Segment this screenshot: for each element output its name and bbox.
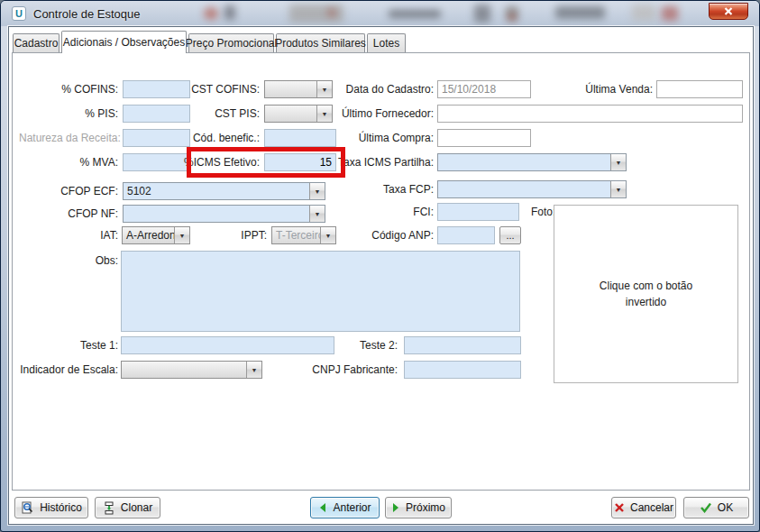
natureza-receita-label: Natureza da Receita: bbox=[19, 129, 118, 147]
arrow-left-icon bbox=[318, 502, 327, 513]
teste2-input[interactable] bbox=[404, 336, 521, 354]
indicador-escala-select[interactable]: ▼ bbox=[121, 361, 262, 379]
taxa-icms-partilha-value bbox=[438, 154, 610, 170]
cst-pis-value bbox=[265, 105, 316, 122]
tab-label: Lotes bbox=[373, 37, 399, 50]
titlebar-glass-decoration bbox=[327, 8, 336, 17]
codigo-anp-input[interactable] bbox=[437, 226, 495, 244]
taxa-fcp-select[interactable]: ▼ bbox=[437, 180, 627, 198]
iat-select[interactable]: A-Arredonc ▼ bbox=[122, 226, 190, 244]
cnpj-fabricante-input[interactable] bbox=[404, 361, 521, 379]
cfop-nf-select[interactable]: ▼ bbox=[123, 205, 325, 223]
fci-input[interactable] bbox=[437, 203, 519, 221]
historico-button-label: Histórico bbox=[40, 501, 82, 514]
close-button[interactable] bbox=[709, 3, 748, 20]
ultima-venda-label: Última Venda: bbox=[555, 80, 653, 98]
titlebar-glass-decoration bbox=[224, 5, 235, 20]
clone-icon bbox=[103, 501, 115, 515]
taxa-icms-partilha-select[interactable]: ▼ bbox=[437, 153, 627, 171]
chevron-down-icon[interactable]: ▼ bbox=[309, 206, 325, 222]
ok-button[interactable]: OK bbox=[683, 497, 749, 518]
titlebar-glass-decoration bbox=[204, 7, 218, 20]
cnpj-fabricante-label: CNPJ Fabricante: bbox=[298, 361, 398, 379]
chevron-down-icon[interactable]: ▼ bbox=[246, 362, 261, 378]
chevron-down-icon[interactable]: ▼ bbox=[316, 105, 332, 122]
chevron-down-icon[interactable]: ▼ bbox=[316, 81, 332, 97]
teste1-label: Teste 1: bbox=[19, 336, 118, 354]
cod-benefic-label: Cód. benefic.: bbox=[159, 129, 260, 147]
teste2-label: Teste 2: bbox=[307, 336, 398, 354]
mva-label: % MVA: bbox=[19, 153, 118, 171]
cancelar-button[interactable]: Cancelar bbox=[611, 497, 676, 518]
chevron-down-icon[interactable]: ▼ bbox=[610, 181, 626, 197]
ultima-compra-label: Última Compra: bbox=[333, 129, 434, 147]
chevron-down-icon[interactable]: ▼ bbox=[309, 183, 325, 199]
cofins-label: % COFINS: bbox=[19, 80, 118, 98]
tab-cadastro[interactable]: Cadastro bbox=[13, 33, 60, 52]
ippt-label: IPPT: bbox=[217, 226, 267, 244]
close-icon bbox=[724, 7, 733, 15]
arrow-right-icon bbox=[391, 502, 400, 513]
dialog-controle-de-estoque: U Controle de Estoque Cadastro Adicionai… bbox=[0, 0, 760, 532]
proximo-button-label: Próximo bbox=[406, 501, 445, 514]
icms-efetivo-label: %ICMS Efetivo: bbox=[159, 153, 260, 171]
cst-cofins-select[interactable]: ▼ bbox=[264, 80, 333, 98]
chevron-down-icon[interactable]: ▼ bbox=[174, 227, 189, 243]
cancel-x-icon bbox=[614, 502, 625, 513]
tab-adicionais-observacoes[interactable]: Adicionais / Observações bbox=[61, 31, 187, 53]
window-title: Controle de Estoque bbox=[33, 7, 141, 21]
anterior-button[interactable]: Anterior bbox=[310, 497, 380, 518]
cfop-ecf-value: 5102 bbox=[124, 183, 309, 199]
pis-label: % PIS: bbox=[19, 105, 118, 123]
ippt-select[interactable]: T-Terceiros ▼ bbox=[271, 226, 336, 244]
titlebar: U Controle de Estoque bbox=[1, 1, 759, 26]
cod-benefic-input[interactable] bbox=[264, 129, 336, 147]
ok-button-label: OK bbox=[718, 501, 733, 514]
indicador-escala-value bbox=[122, 362, 246, 378]
titlebar-glass-decoration bbox=[632, 5, 655, 21]
tab-label: Adicionais / Observações bbox=[63, 36, 185, 49]
taxa-fcp-value bbox=[438, 181, 610, 197]
chevron-down-icon[interactable]: ▼ bbox=[610, 154, 626, 170]
historico-button[interactable]: Histórico bbox=[14, 497, 88, 518]
tab-produtos-similares[interactable]: Produtos Similares bbox=[276, 33, 365, 52]
ultimo-fornecedor-input[interactable] bbox=[437, 105, 743, 123]
cst-pis-select[interactable]: ▼ bbox=[264, 105, 333, 123]
tab-lotes[interactable]: Lotes bbox=[367, 33, 406, 52]
titlebar-glass-decoration bbox=[389, 10, 441, 18]
ultimo-fornecedor-label: Último Fornecedor: bbox=[333, 105, 434, 123]
cfop-ecf-select[interactable]: 5102 ▼ bbox=[123, 182, 325, 200]
obs-textarea[interactable] bbox=[121, 251, 520, 332]
obs-label: Obs: bbox=[19, 252, 118, 270]
foto-dropzone[interactable]: Clique com o botão invertido bbox=[554, 205, 738, 383]
history-search-icon bbox=[21, 501, 34, 515]
iat-value: A-Arredonc bbox=[123, 227, 174, 243]
ippt-value: T-Terceiros bbox=[272, 227, 320, 243]
cfop-ecf-label: CFOP ECF: bbox=[19, 182, 118, 200]
data-cadastro-input[interactable] bbox=[437, 80, 531, 98]
clonar-button-label: Clonar bbox=[121, 501, 152, 514]
ultima-compra-input[interactable] bbox=[437, 129, 531, 147]
icms-efetivo-input[interactable] bbox=[264, 153, 336, 171]
clonar-button[interactable]: Clonar bbox=[95, 497, 160, 518]
taxa-icms-partilha-label: Taxa ICMS Partilha: bbox=[333, 153, 434, 171]
titlebar-glass-decoration bbox=[555, 6, 605, 19]
teste1-input[interactable] bbox=[121, 336, 334, 354]
proximo-button[interactable]: Próximo bbox=[385, 497, 452, 518]
iat-label: IAT: bbox=[19, 226, 118, 244]
cancelar-button-label: Cancelar bbox=[630, 501, 673, 514]
tab-preco-promocional[interactable]: Preço Promocional bbox=[188, 33, 274, 52]
cfop-nf-label: CFOP NF: bbox=[19, 205, 118, 223]
anterior-button-label: Anterior bbox=[333, 501, 371, 514]
codigo-anp-browse-button[interactable]: ... bbox=[499, 226, 521, 244]
ultima-venda-input[interactable] bbox=[656, 80, 743, 98]
app-icon: U bbox=[12, 6, 26, 21]
taxa-fcp-label: Taxa FCP: bbox=[333, 180, 434, 198]
foto-hint: Clique com o botão invertido bbox=[583, 278, 710, 310]
app-logo-glyph: U bbox=[15, 9, 23, 19]
titlebar-glass-decoration bbox=[508, 14, 516, 21]
titlebar-glass-decoration bbox=[662, 6, 678, 21]
fci-label: FCI: bbox=[333, 203, 434, 221]
cst-pis-label: CST PIS: bbox=[159, 105, 260, 123]
tab-label: Cadastro bbox=[14, 37, 59, 50]
